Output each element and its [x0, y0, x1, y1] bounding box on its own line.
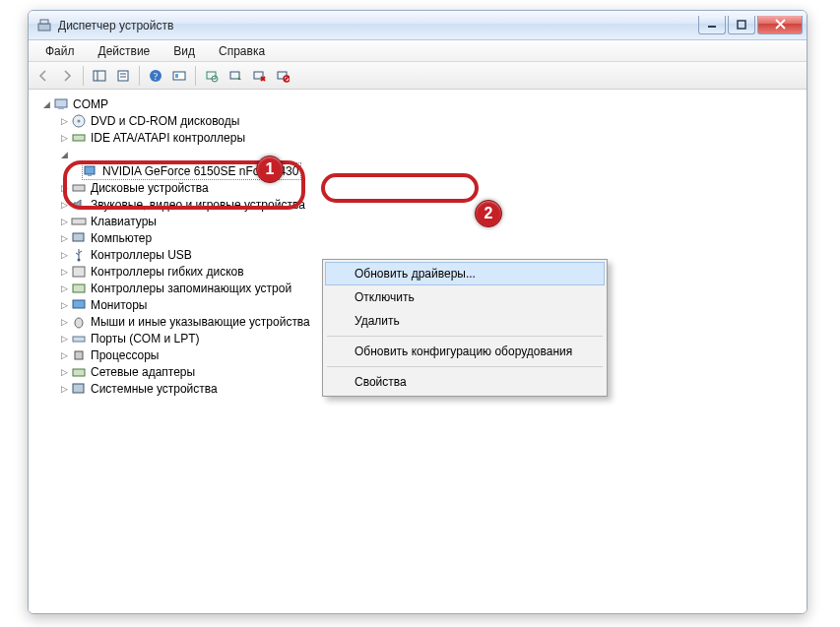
- ctx-update-drivers[interactable]: Обновить драйверы...: [325, 262, 605, 285]
- maximize-button[interactable]: [728, 16, 755, 34]
- svg-rect-29: [85, 166, 95, 174]
- help-button[interactable]: ?: [145, 65, 166, 87]
- svg-rect-32: [72, 219, 86, 224]
- svg-rect-42: [73, 384, 84, 393]
- tree-item-label: Мониторы: [91, 298, 147, 312]
- expand-icon[interactable]: ▷: [58, 299, 70, 311]
- tree-root[interactable]: ◢ COMP: [40, 95, 807, 112]
- expand-icon[interactable]: ▷: [58, 266, 70, 278]
- computer-icon: [71, 230, 87, 246]
- context-menu: Обновить драйверы... Отключить Удалить О…: [322, 259, 608, 397]
- menu-help[interactable]: Справка: [208, 40, 276, 62]
- tree-item-dvd[interactable]: ▷ DVD и CD-ROM дисководы: [40, 112, 807, 129]
- expand-icon[interactable]: ▷: [58, 366, 70, 378]
- collapse-icon[interactable]: ◢: [58, 149, 70, 160]
- svg-rect-25: [58, 107, 64, 109]
- svg-rect-30: [88, 174, 92, 176]
- update-driver-button[interactable]: [225, 65, 246, 87]
- expand-icon[interactable]: ▷: [58, 383, 70, 395]
- tree-item-nvidia-selected[interactable]: NVIDIA GeForce 6150SE nForce 430: [40, 162, 807, 179]
- expand-icon[interactable]: ▷: [58, 232, 70, 244]
- floppy-controller-icon: [71, 264, 87, 280]
- usb-icon: [71, 247, 87, 263]
- disable-button[interactable]: [272, 65, 293, 87]
- menu-file[interactable]: Файл: [34, 40, 86, 62]
- mouse-icon: [71, 314, 87, 330]
- svg-rect-8: [118, 71, 128, 81]
- minimize-button[interactable]: [698, 16, 726, 34]
- collapse-icon[interactable]: ◢: [40, 98, 52, 110]
- cpu-icon: [71, 347, 87, 363]
- expand-icon[interactable]: ▷: [58, 115, 70, 127]
- ctx-scan-hardware[interactable]: Обновить конфигурацию оборудования: [325, 340, 605, 363]
- svg-rect-36: [73, 284, 85, 292]
- expand-icon[interactable]: ▷: [58, 349, 70, 361]
- menu-view[interactable]: Вид: [162, 40, 206, 62]
- callout-badge-1: 1: [256, 156, 284, 183]
- expand-icon[interactable]: ▷: [58, 182, 70, 194]
- nav-back-button[interactable]: [32, 65, 54, 87]
- svg-rect-41: [73, 369, 85, 376]
- tree-item-label: Контроллеры гибких дисков: [91, 265, 244, 279]
- expand-icon[interactable]: ▷: [58, 216, 70, 227]
- titlebar[interactable]: Диспетчер устройств: [29, 11, 807, 40]
- tree-item-label: Компьютер: [91, 231, 152, 245]
- tree-item-sound[interactable]: ▷Звуковые, видео и игровые устройства: [40, 196, 807, 213]
- expand-icon[interactable]: ▷: [58, 249, 70, 261]
- svg-rect-15: [207, 72, 216, 79]
- tree-item-ide[interactable]: ▷ IDE ATA/ATAPI контроллеры: [40, 129, 807, 146]
- tree-item-label: Процессоры: [91, 348, 160, 362]
- tree-item-label: Системные устройства: [91, 382, 218, 396]
- display-adapter-icon: [83, 163, 98, 179]
- ctx-disable[interactable]: Отключить: [325, 285, 605, 309]
- ctx-properties[interactable]: Свойства: [325, 370, 605, 394]
- expand-icon[interactable]: ▷: [58, 316, 70, 328]
- network-icon: [71, 364, 87, 380]
- tree-item-label: DVD и CD-ROM дисководы: [91, 114, 239, 128]
- monitor-icon: [71, 297, 87, 313]
- svg-rect-33: [73, 233, 84, 241]
- dvd-icon: [71, 113, 87, 129]
- menu-action[interactable]: Действие: [88, 40, 162, 62]
- close-button[interactable]: [757, 16, 803, 34]
- system-device-icon: [71, 381, 87, 397]
- tree-item-label: Клавиатуры: [91, 215, 157, 228]
- show-hide-tree-button[interactable]: [89, 65, 110, 87]
- keyboard-icon: [71, 214, 87, 229]
- tree-item-keyboards[interactable]: ▷Клавиатуры: [40, 213, 807, 229]
- svg-rect-1: [40, 20, 48, 24]
- tree-item-video-adapters[interactable]: ◢: [40, 146, 807, 162]
- svg-rect-40: [75, 351, 83, 359]
- properties-button[interactable]: [112, 65, 134, 87]
- ctx-delete[interactable]: Удалить: [325, 309, 605, 333]
- tree-item-label: Мыши и иные указывающие устройства: [91, 315, 310, 329]
- menubar: Файл Действие Вид Справка: [29, 40, 807, 62]
- app-icon: [36, 18, 52, 33]
- sound-icon: [71, 197, 87, 213]
- expand-icon[interactable]: ▷: [58, 132, 70, 144]
- tree-item-label: Звуковые, видео и игровые устройства: [91, 198, 305, 212]
- ctx-separator: [327, 366, 603, 367]
- svg-rect-24: [55, 99, 67, 107]
- svg-rect-39: [73, 337, 85, 342]
- display-adapter-category-icon: [71, 147, 87, 162]
- tree-item-disks[interactable]: ▷Дисковые устройства: [40, 179, 807, 196]
- svg-rect-21: [278, 72, 287, 79]
- expand-icon[interactable]: ▷: [58, 282, 70, 294]
- tree-item-label: IDE ATA/ATAPI контроллеры: [91, 131, 245, 145]
- svg-rect-31: [73, 185, 85, 191]
- show-hidden-button[interactable]: [168, 65, 190, 87]
- nav-forward-button[interactable]: [56, 65, 78, 87]
- scan-hardware-button[interactable]: [201, 65, 223, 87]
- svg-point-34: [78, 258, 81, 261]
- tree-root-label: COMP: [73, 97, 108, 111]
- svg-rect-14: [175, 74, 178, 78]
- storage-controller-icon: [71, 281, 87, 296]
- computer-icon: [53, 96, 69, 112]
- toolbar: ?: [29, 62, 807, 90]
- expand-icon[interactable]: ▷: [58, 199, 70, 211]
- expand-icon[interactable]: ▷: [58, 333, 70, 345]
- uninstall-button[interactable]: [248, 65, 270, 87]
- tree-item-computer[interactable]: ▷Компьютер: [40, 229, 807, 246]
- device-manager-window: Диспетчер устройств Файл Действие Вид Сп…: [28, 10, 808, 614]
